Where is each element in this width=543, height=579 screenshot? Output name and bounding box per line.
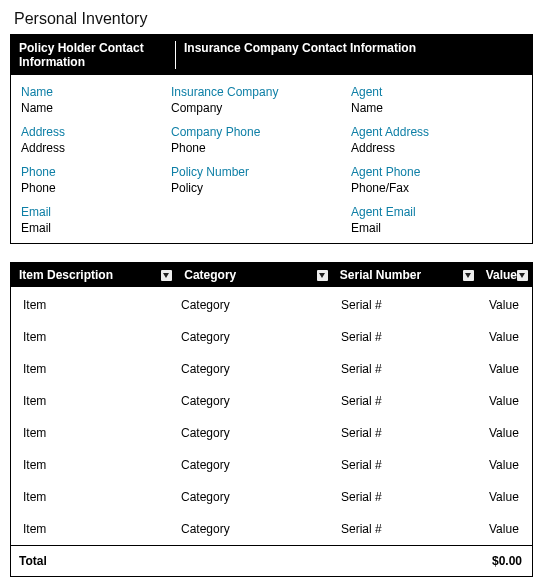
field-label: Address: [21, 125, 171, 139]
cell-value: Value: [483, 330, 524, 344]
table-row: ItemCategorySerial #Value: [19, 481, 524, 513]
contact-row: NameNameInsurance CompanyCompanyAgentNam…: [21, 85, 522, 115]
cell-category: Category: [181, 522, 341, 536]
contact-field: PhonePhone: [21, 165, 171, 195]
contact-field: NameName: [21, 85, 171, 115]
inventory-header: Item Description Category Serial Number …: [11, 263, 532, 287]
table-row: ItemCategorySerial #Value: [19, 385, 524, 417]
field-label: Phone: [21, 165, 171, 179]
inventory-body: ItemCategorySerial #ValueItemCategorySer…: [11, 287, 532, 545]
field-value: Phone: [171, 141, 351, 155]
field-label: Insurance Company: [171, 85, 351, 99]
cell-category: Category: [181, 298, 341, 312]
field-value: Email: [351, 221, 522, 235]
cell-item: Item: [19, 330, 181, 344]
cell-item: Item: [19, 458, 181, 472]
field-label: Agent: [351, 85, 522, 99]
contact-row: PhonePhonePolicy NumberPolicyAgent Phone…: [21, 165, 522, 195]
cell-serial: Serial #: [341, 490, 483, 504]
field-value: Name: [21, 101, 171, 115]
contact-field: EmailEmail: [21, 205, 171, 235]
contact-field: AgentName: [351, 85, 522, 115]
cell-category: Category: [181, 458, 341, 472]
contact-header-insurance: Insurance Company Contact Information: [176, 41, 524, 69]
field-value: Address: [351, 141, 522, 155]
cell-serial: Serial #: [341, 522, 483, 536]
cell-serial: Serial #: [341, 298, 483, 312]
contact-field: Policy NumberPolicy: [171, 165, 351, 195]
cell-value: Value: [483, 362, 524, 376]
contact-card: Policy Holder Contact Information Insura…: [10, 34, 533, 244]
contact-field: Agent EmailEmail: [351, 205, 522, 235]
cell-item: Item: [19, 298, 181, 312]
field-value: Address: [21, 141, 171, 155]
cell-serial: Serial #: [341, 458, 483, 472]
cell-item: Item: [19, 394, 181, 408]
header-value[interactable]: Value: [478, 268, 532, 282]
field-label: Agent Phone: [351, 165, 522, 179]
contact-row: EmailEmailAgent EmailEmail: [21, 205, 522, 235]
cell-value: Value: [483, 458, 524, 472]
table-row: ItemCategorySerial #Value: [19, 321, 524, 353]
filter-icon[interactable]: [317, 270, 328, 281]
cell-serial: Serial #: [341, 426, 483, 440]
table-row: ItemCategorySerial #Value: [19, 289, 524, 321]
filter-icon[interactable]: [161, 270, 172, 281]
field-value: Phone/Fax: [351, 181, 522, 195]
cell-serial: Serial #: [341, 394, 483, 408]
header-item-description[interactable]: Item Description: [11, 268, 176, 282]
cell-category: Category: [181, 330, 341, 344]
field-value: Name: [351, 101, 522, 115]
table-row: ItemCategorySerial #Value: [19, 513, 524, 545]
cell-value: Value: [483, 426, 524, 440]
inventory-total-row: Total $0.00: [11, 545, 532, 576]
header-category[interactable]: Category: [176, 268, 332, 282]
filter-icon[interactable]: [517, 270, 528, 281]
cell-serial: Serial #: [341, 362, 483, 376]
table-row: ItemCategorySerial #Value: [19, 449, 524, 481]
cell-item: Item: [19, 522, 181, 536]
contact-field: Agent AddressAddress: [351, 125, 522, 155]
total-value: $0.00: [492, 554, 524, 568]
page-title: Personal Inventory: [14, 10, 533, 28]
header-serial-number[interactable]: Serial Number: [332, 268, 478, 282]
cell-category: Category: [181, 394, 341, 408]
contact-body: NameNameInsurance CompanyCompanyAgentNam…: [11, 75, 532, 243]
cell-category: Category: [181, 426, 341, 440]
contact-card-header: Policy Holder Contact Information Insura…: [11, 35, 532, 75]
cell-value: Value: [483, 522, 524, 536]
table-row: ItemCategorySerial #Value: [19, 353, 524, 385]
field-label: Email: [21, 205, 171, 219]
contact-field: Insurance CompanyCompany: [171, 85, 351, 115]
cell-item: Item: [19, 426, 181, 440]
field-label: Agent Address: [351, 125, 522, 139]
cell-value: Value: [483, 490, 524, 504]
cell-value: Value: [483, 298, 524, 312]
contact-field: AddressAddress: [21, 125, 171, 155]
inventory-card: Item Description Category Serial Number …: [10, 262, 533, 577]
cell-item: Item: [19, 362, 181, 376]
cell-category: Category: [181, 490, 341, 504]
field-value: Company: [171, 101, 351, 115]
field-label: Policy Number: [171, 165, 351, 179]
contact-field: [171, 205, 351, 235]
total-label: Total: [19, 554, 492, 568]
filter-icon[interactable]: [463, 270, 474, 281]
field-label: Company Phone: [171, 125, 351, 139]
cell-serial: Serial #: [341, 330, 483, 344]
field-label: Name: [21, 85, 171, 99]
cell-category: Category: [181, 362, 341, 376]
contact-header-policy: Policy Holder Contact Information: [19, 41, 176, 69]
cell-item: Item: [19, 490, 181, 504]
field-value: Email: [21, 221, 171, 235]
field-value: Policy: [171, 181, 351, 195]
table-row: ItemCategorySerial #Value: [19, 417, 524, 449]
field-label: Agent Email: [351, 205, 522, 219]
cell-value: Value: [483, 394, 524, 408]
contact-field: Agent PhonePhone/Fax: [351, 165, 522, 195]
contact-field: Company PhonePhone: [171, 125, 351, 155]
contact-row: AddressAddressCompany PhonePhoneAgent Ad…: [21, 125, 522, 155]
field-value: Phone: [21, 181, 171, 195]
